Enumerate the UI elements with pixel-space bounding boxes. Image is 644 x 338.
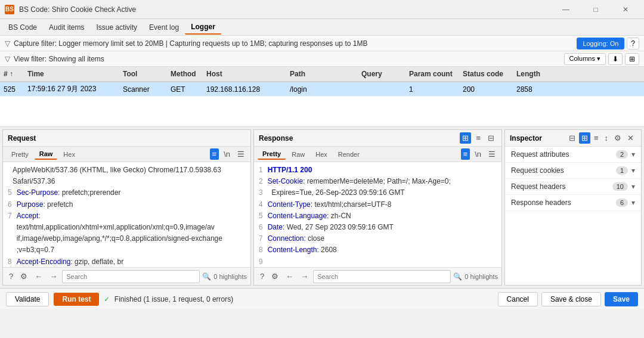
response-cols-1-btn[interactable]: ≡ bbox=[473, 132, 483, 144]
inspector-panel: Inspector ⊟ ⊞ ≡ ↕ ⚙ ✕ Request attributes… bbox=[504, 129, 642, 286]
inspector-item-response-headers[interactable]: Response headers 6 ▾ bbox=[505, 195, 641, 211]
request-panel-actions: ≡ \n ☰ bbox=[210, 148, 247, 160]
export-icon: ⬇ bbox=[612, 55, 618, 63]
response-search-input[interactable] bbox=[313, 270, 451, 283]
code-line: 1 HTTP/1.1 200 bbox=[259, 165, 497, 176]
close-button[interactable]: ✕ bbox=[612, 0, 639, 19]
response-indent-btn[interactable]: \n bbox=[472, 148, 484, 160]
col-header-method[interactable]: Method bbox=[167, 70, 203, 78]
response-tab-hex[interactable]: Hex bbox=[311, 150, 332, 159]
request-search-icon: 🔍 bbox=[202, 272, 211, 281]
inspector-sort-btn[interactable]: ↕ bbox=[602, 132, 611, 144]
code-line: 5 Sec-Purpose: prefetch;prerender bbox=[8, 187, 246, 199]
col-header-query[interactable]: Query bbox=[358, 70, 405, 78]
inspector-view-btn-2[interactable]: ⊞ bbox=[579, 132, 590, 144]
inspector-item-request-cookies[interactable]: Request cookies 1 ▾ bbox=[505, 163, 641, 179]
menu-logger[interactable]: Logger bbox=[185, 20, 221, 35]
cell-length: 2858 bbox=[513, 85, 549, 94]
capture-filter-bar: ▽ Capture filter: Logger memory limit se… bbox=[0, 36, 644, 51]
cell-host: 192.168.116.128 bbox=[203, 85, 286, 94]
request-help-btn[interactable]: ? bbox=[7, 271, 16, 282]
validate-button[interactable]: Validate bbox=[6, 292, 49, 306]
response-panel-body: 1 HTTP/1.1 200 2 Set-Cookie: rememberMe=… bbox=[254, 162, 501, 267]
response-forward-btn[interactable]: → bbox=[298, 271, 311, 282]
save-button[interactable]: Save bbox=[605, 292, 638, 306]
bottom-right-actions: Cancel Save & close Save bbox=[498, 292, 638, 306]
view-filter-bar: ▽ View filter: Showing all items Columns… bbox=[0, 51, 644, 67]
chevron-down-icon: ▾ bbox=[631, 166, 635, 175]
request-tab-hex[interactable]: Hex bbox=[58, 150, 80, 159]
copy-button[interactable]: ⊞ bbox=[625, 53, 639, 65]
inspector-close-btn[interactable]: ✕ bbox=[625, 132, 636, 144]
minimize-button[interactable]: — bbox=[552, 0, 580, 19]
col-header-path[interactable]: Path bbox=[286, 70, 358, 78]
menu-event-log[interactable]: Event log bbox=[143, 21, 185, 34]
request-back-btn[interactable]: ← bbox=[32, 271, 45, 282]
help-icon: ? bbox=[631, 39, 635, 48]
col-header-time[interactable]: Time bbox=[24, 70, 119, 78]
response-menu-btn[interactable]: ☰ bbox=[486, 148, 498, 160]
request-search-input[interactable] bbox=[62, 270, 200, 283]
request-tab-raw[interactable]: Raw bbox=[35, 149, 58, 160]
response-tab-raw[interactable]: Raw bbox=[287, 150, 309, 159]
inspector-view-btn-1[interactable]: ⊟ bbox=[566, 132, 578, 144]
inspector-item-label: Request cookies bbox=[511, 166, 616, 175]
request-indent-btn[interactable]: \n bbox=[221, 148, 233, 160]
inspector-item-label: Response headers bbox=[511, 199, 616, 207]
logging-button[interactable]: Logging: On bbox=[577, 38, 624, 49]
response-tab-render[interactable]: Render bbox=[333, 150, 364, 159]
columns-button[interactable]: Columns ▾ bbox=[564, 53, 606, 65]
code-line: 9 bbox=[259, 256, 497, 268]
col-header-length[interactable]: Length bbox=[513, 70, 549, 78]
request-word-wrap-btn[interactable]: ≡ bbox=[210, 148, 219, 160]
response-cols-2-btn[interactable]: ⊞ bbox=[460, 132, 471, 144]
save-close-button[interactable]: Save & close bbox=[541, 292, 601, 306]
inspector-list-btn[interactable]: ≡ bbox=[592, 132, 601, 144]
request-forward-btn[interactable]: → bbox=[47, 271, 60, 282]
export-button[interactable]: ⬇ bbox=[608, 53, 623, 65]
request-settings-btn[interactable]: ⚙ bbox=[18, 271, 30, 282]
inspector-item-count: 6 bbox=[616, 199, 628, 207]
inspector-item-request-attrs[interactable]: Request attributes 2 ▾ bbox=[505, 147, 641, 163]
run-test-button[interactable]: Run test bbox=[54, 293, 99, 306]
view-filter-text: View filter: Showing all items bbox=[14, 55, 104, 63]
app-icon: BS bbox=[5, 5, 14, 14]
code-line: 7 Connection: close bbox=[259, 233, 497, 244]
cell-method: GET bbox=[167, 85, 203, 94]
request-panel-footer: ? ⚙ ← → 🔍 0 highlights bbox=[3, 267, 250, 285]
col-header-tool[interactable]: Tool bbox=[119, 70, 167, 78]
menu-audit-items[interactable]: Audit items bbox=[43, 21, 90, 34]
response-tab-pretty[interactable]: Pretty bbox=[258, 149, 286, 160]
response-word-wrap-btn[interactable]: ≡ bbox=[461, 148, 470, 160]
col-header-status[interactable]: Status code bbox=[459, 70, 513, 78]
request-menu-btn[interactable]: ☰ bbox=[235, 148, 247, 160]
cancel-button[interactable]: Cancel bbox=[498, 292, 538, 306]
maximize-button[interactable]: □ bbox=[582, 0, 609, 19]
help-button[interactable]: ? bbox=[627, 38, 639, 49]
window-title: BS Code: Shiro Cookie Check Active bbox=[19, 5, 552, 14]
bottom-bar: Validate Run test ✓ Finished (1 issue, 1… bbox=[0, 288, 644, 309]
menu-bs-code[interactable]: BS Code bbox=[2, 21, 43, 34]
response-settings-btn[interactable]: ⚙ bbox=[269, 271, 281, 282]
response-search-icon: 🔍 bbox=[453, 272, 462, 281]
col-header-host[interactable]: Host bbox=[203, 70, 286, 78]
inspector-item-count: 2 bbox=[616, 150, 628, 159]
status-text: ✓ Finished (1 issue, 1 request, 0 errors… bbox=[104, 295, 233, 303]
col-header-num[interactable]: # ↑ bbox=[0, 70, 24, 78]
code-line: 7 Accept: bbox=[8, 210, 246, 222]
response-cols-3-btn[interactable]: ⊟ bbox=[485, 132, 497, 144]
code-line: 6 Date: Wed, 27 Sep 2023 09:59:16 GMT bbox=[259, 222, 497, 233]
filter-icon: ▽ bbox=[5, 39, 10, 48]
code-line: AppleWebKit/537.36 (KHTML, like Gecko) C… bbox=[8, 165, 246, 187]
menu-issue-activity[interactable]: Issue activity bbox=[90, 21, 143, 34]
table-row[interactable]: 525 17:59:16 27 9月 2023 Scanner GET 192.… bbox=[0, 82, 644, 97]
inspector-item-request-headers[interactable]: Request headers 10 ▾ bbox=[505, 179, 641, 195]
response-help-btn[interactable]: ? bbox=[258, 271, 267, 282]
request-tab-pretty[interactable]: Pretty bbox=[7, 150, 33, 159]
cell-param: 1 bbox=[405, 85, 459, 94]
response-back-btn[interactable]: ← bbox=[283, 271, 296, 282]
code-line: 5 Content-Language: zh-CN bbox=[259, 210, 497, 222]
response-panel-actions: ≡ \n ☰ bbox=[461, 148, 498, 160]
inspector-settings-btn[interactable]: ⚙ bbox=[612, 132, 624, 144]
col-header-param[interactable]: Param count bbox=[405, 70, 459, 78]
